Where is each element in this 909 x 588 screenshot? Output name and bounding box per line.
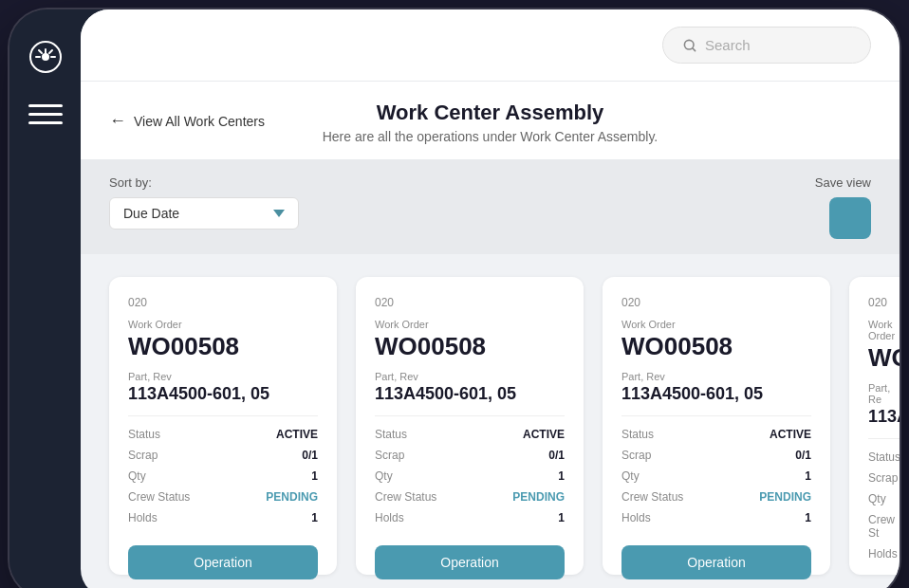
save-view-button[interactable] bbox=[829, 197, 871, 239]
scrap-value: 0/1 bbox=[302, 449, 318, 462]
menu-line-3 bbox=[28, 121, 63, 124]
chevron-down-icon bbox=[273, 210, 285, 217]
search-bar[interactable]: Search bbox=[662, 27, 871, 64]
card-crew-status-row: Crew Status PENDING bbox=[375, 490, 565, 504]
card-work-order-value: WO00508 bbox=[621, 332, 811, 361]
menu-line-2 bbox=[28, 113, 63, 116]
card-part-value: 113A4500-601, 05 bbox=[621, 384, 811, 416]
save-view-section: Save view bbox=[815, 175, 871, 239]
card-holds-row: Holds 1 bbox=[128, 511, 318, 524]
card-work-order-value: WO00508 bbox=[128, 332, 318, 361]
crew-status-value: PENDING bbox=[266, 490, 318, 504]
sidebar bbox=[9, 9, 81, 588]
card-work-order-label: Work Order bbox=[868, 319, 900, 341]
card-work-order-label: Work Order bbox=[621, 319, 811, 330]
operation-button-1[interactable]: Operation bbox=[128, 545, 318, 579]
status-value: ACTIVE bbox=[770, 428, 811, 441]
holds-label: Holds bbox=[868, 547, 898, 560]
sort-dropdown-value: Due Date bbox=[123, 206, 179, 221]
scrap-value: 0/1 bbox=[548, 449, 565, 462]
qty-label: Qty bbox=[128, 469, 146, 483]
scrap-label: Scrap bbox=[868, 471, 898, 485]
crew-status-label: Crew Status bbox=[128, 490, 190, 504]
card-status-row: Status ACTIVE bbox=[128, 428, 318, 441]
scrap-label: Scrap bbox=[375, 449, 404, 462]
qty-label: Qty bbox=[621, 469, 640, 483]
card-status-row: Status ACTIVE bbox=[621, 428, 811, 441]
page-header: ← View All Work Centers Work Center Asse… bbox=[81, 82, 900, 160]
card-work-order-value: WO00508 bbox=[375, 332, 565, 361]
status-value: ACTIVE bbox=[523, 428, 565, 441]
qty-value: 1 bbox=[558, 469, 565, 483]
card-work-order-value: WO bbox=[868, 343, 900, 373]
search-icon bbox=[682, 38, 697, 53]
card-scrap-row: Scrap 0/1 bbox=[375, 449, 565, 462]
card-qty-row: Qty bbox=[868, 492, 900, 505]
holds-label: Holds bbox=[128, 511, 158, 524]
card-section-num: 020 bbox=[128, 296, 318, 309]
crew-status-label: Crew Status bbox=[375, 490, 436, 504]
card-part-label: Part, Re bbox=[868, 382, 900, 405]
back-navigation[interactable]: ← View All Work Centers bbox=[109, 111, 265, 131]
operation-card-4-partial: 020 Work Order WO Part, Re 113A Status S… bbox=[849, 277, 900, 575]
card-status-row: Status bbox=[868, 450, 900, 464]
back-nav-label: View All Work Centers bbox=[134, 113, 265, 128]
holds-value: 1 bbox=[558, 511, 565, 524]
header: Search bbox=[81, 9, 900, 82]
crew-status-value: PENDING bbox=[759, 490, 811, 504]
card-scrap-row: Scrap 0/1 bbox=[128, 449, 318, 462]
card-crew-status-row: Crew St bbox=[868, 513, 900, 540]
operation-card-1: 020 Work Order WO00508 Part, Rev 113A450… bbox=[109, 277, 337, 575]
card-holds-row: Holds 1 bbox=[621, 511, 811, 524]
holds-label: Holds bbox=[375, 511, 404, 524]
hamburger-menu-icon[interactable] bbox=[28, 104, 63, 124]
crew-status-label: Crew Status bbox=[621, 490, 683, 504]
operation-card-2: 020 Work Order WO00508 Part, Rev 113A450… bbox=[356, 277, 584, 575]
holds-value: 1 bbox=[311, 511, 318, 524]
holds-label: Holds bbox=[621, 511, 651, 524]
crew-status-value: PENDING bbox=[512, 490, 565, 504]
card-qty-row: Qty 1 bbox=[375, 469, 565, 483]
sidebar-logo bbox=[27, 38, 65, 76]
card-holds-row: Holds 1 bbox=[375, 511, 565, 524]
sort-section: Sort by: Due Date bbox=[109, 175, 299, 230]
card-part-value: 113A bbox=[868, 407, 900, 439]
crew-status-label: Crew St bbox=[868, 513, 900, 540]
card-scrap-row: Scrap 0/1 bbox=[621, 449, 811, 462]
card-part-label: Part, Rev bbox=[621, 371, 811, 382]
card-crew-status-row: Crew Status PENDING bbox=[621, 490, 811, 504]
status-label: Status bbox=[375, 428, 407, 441]
svg-point-1 bbox=[42, 53, 49, 61]
sort-dropdown[interactable]: Due Date bbox=[109, 197, 299, 230]
operation-card-3: 020 Work Order WO00508 Part, Rev 113A450… bbox=[603, 277, 830, 575]
card-part-label: Part, Rev bbox=[128, 371, 318, 382]
card-section-num: 020 bbox=[621, 296, 811, 309]
scrap-label: Scrap bbox=[128, 449, 158, 462]
status-label: Status bbox=[621, 428, 654, 441]
menu-line-1 bbox=[28, 104, 63, 107]
card-status-row: Status ACTIVE bbox=[375, 428, 565, 441]
save-view-label: Save view bbox=[815, 175, 871, 190]
main-content: Search ← View All Work Centers Work Cent… bbox=[81, 9, 900, 588]
operation-button-2[interactable]: Operation bbox=[375, 545, 565, 579]
card-scrap-row: Scrap bbox=[868, 471, 900, 485]
operation-button-3[interactable]: Operation bbox=[621, 545, 811, 579]
page-subtitle: Here are all the operations under Work C… bbox=[109, 129, 871, 144]
card-part-value: 113A4500-601, 05 bbox=[128, 384, 318, 416]
cards-area: 020 Work Order WO00508 Part, Rev 113A450… bbox=[81, 254, 900, 588]
device-frame: Search ← View All Work Centers Work Cent… bbox=[9, 9, 900, 588]
status-label: Status bbox=[868, 450, 900, 464]
card-section-num: 020 bbox=[375, 296, 565, 309]
qty-value: 1 bbox=[311, 469, 318, 483]
scrap-value: 0/1 bbox=[795, 449, 811, 462]
qty-label: Qty bbox=[375, 469, 393, 483]
search-placeholder-text: Search bbox=[705, 37, 851, 53]
qty-value: 1 bbox=[805, 469, 811, 483]
card-part-label: Part, Rev bbox=[375, 371, 565, 382]
card-work-order-label: Work Order bbox=[375, 319, 565, 330]
card-part-value: 113A4500-601, 05 bbox=[375, 384, 565, 416]
scrap-label: Scrap bbox=[621, 449, 651, 462]
status-label: Status bbox=[128, 428, 160, 441]
holds-value: 1 bbox=[805, 511, 811, 524]
card-holds-row: Holds bbox=[868, 547, 900, 560]
